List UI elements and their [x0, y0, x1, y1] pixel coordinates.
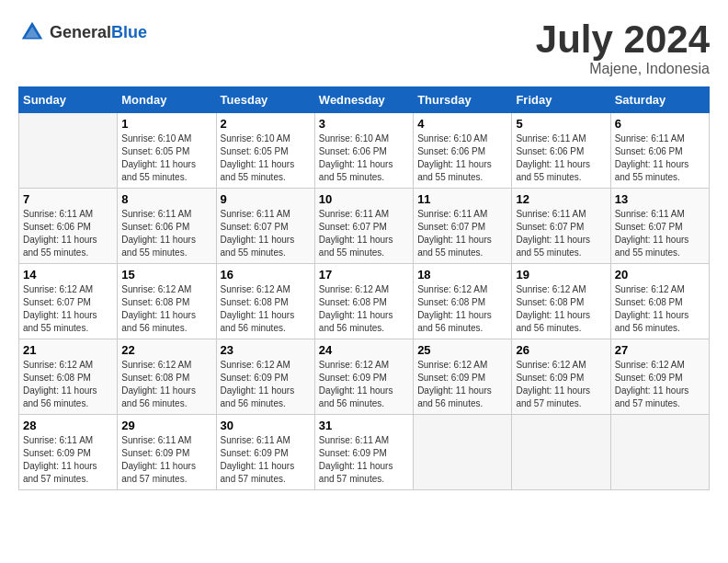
logo-icon: [18, 18, 46, 46]
day-info: Sunrise: 6:11 AM Sunset: 6:07 PM Dayligh…: [615, 208, 705, 259]
day-number: 21: [23, 343, 113, 357]
day-info: Sunrise: 6:11 AM Sunset: 6:06 PM Dayligh…: [121, 208, 211, 259]
calendar-cell: 6Sunrise: 6:11 AM Sunset: 6:06 PM Daylig…: [610, 113, 709, 189]
calendar-cell: 16Sunrise: 6:12 AM Sunset: 6:08 PM Dayli…: [216, 264, 314, 339]
day-info: Sunrise: 6:10 AM Sunset: 6:06 PM Dayligh…: [319, 132, 409, 184]
day-number: 11: [417, 192, 507, 206]
calendar-table: SundayMondayTuesdayWednesdayThursdayFrid…: [18, 86, 710, 490]
week-row-5: 28Sunrise: 6:11 AM Sunset: 6:09 PM Dayli…: [19, 415, 710, 490]
header-cell-friday: Friday: [512, 87, 610, 113]
week-row-2: 7Sunrise: 6:11 AM Sunset: 6:06 PM Daylig…: [19, 189, 710, 264]
header-cell-tuesday: Tuesday: [216, 87, 314, 113]
day-number: 6: [615, 117, 705, 131]
day-number: 14: [23, 268, 113, 282]
day-info: Sunrise: 6:11 AM Sunset: 6:06 PM Dayligh…: [615, 132, 705, 184]
calendar-cell: 23Sunrise: 6:12 AM Sunset: 6:09 PM Dayli…: [216, 339, 314, 415]
day-number: 9: [221, 192, 311, 206]
day-info: Sunrise: 6:12 AM Sunset: 6:08 PM Dayligh…: [615, 283, 705, 335]
day-number: 24: [319, 343, 409, 357]
page-header: GeneralBlue July 2024 Majene, Indonesia: [18, 18, 710, 77]
week-row-3: 14Sunrise: 6:12 AM Sunset: 6:07 PM Dayli…: [19, 264, 710, 339]
header-cell-wednesday: Wednesday: [314, 87, 413, 113]
day-number: 1: [121, 117, 211, 131]
day-info: Sunrise: 6:11 AM Sunset: 6:09 PM Dayligh…: [121, 434, 211, 486]
day-info: Sunrise: 6:10 AM Sunset: 6:05 PM Dayligh…: [121, 132, 211, 184]
location-subtitle: Majene, Indonesia: [536, 61, 710, 77]
day-info: Sunrise: 6:11 AM Sunset: 6:06 PM Dayligh…: [23, 208, 113, 259]
day-info: Sunrise: 6:12 AM Sunset: 6:08 PM Dayligh…: [121, 283, 211, 335]
day-number: 31: [319, 419, 409, 432]
calendar-cell: 26Sunrise: 6:12 AM Sunset: 6:09 PM Dayli…: [512, 339, 610, 415]
header-row: SundayMondayTuesdayWednesdayThursdayFrid…: [19, 87, 710, 113]
day-number: 2: [221, 117, 311, 131]
day-info: Sunrise: 6:12 AM Sunset: 6:09 PM Dayligh…: [319, 359, 409, 410]
calendar-cell: 18Sunrise: 6:12 AM Sunset: 6:08 PM Dayli…: [414, 264, 512, 339]
week-row-1: 1Sunrise: 6:10 AM Sunset: 6:05 PM Daylig…: [19, 113, 710, 189]
day-info: Sunrise: 6:10 AM Sunset: 6:05 PM Dayligh…: [221, 132, 311, 184]
day-info: Sunrise: 6:12 AM Sunset: 6:09 PM Dayligh…: [221, 359, 311, 410]
day-info: Sunrise: 6:11 AM Sunset: 6:07 PM Dayligh…: [516, 208, 606, 259]
day-number: 12: [516, 192, 606, 206]
calendar-cell: 9Sunrise: 6:11 AM Sunset: 6:07 PM Daylig…: [216, 189, 314, 264]
day-info: Sunrise: 6:12 AM Sunset: 6:08 PM Dayligh…: [319, 283, 409, 335]
calendar-cell: 22Sunrise: 6:12 AM Sunset: 6:08 PM Dayli…: [118, 339, 216, 415]
calendar-cell: 14Sunrise: 6:12 AM Sunset: 6:07 PM Dayli…: [19, 264, 118, 339]
day-info: Sunrise: 6:12 AM Sunset: 6:07 PM Dayligh…: [23, 283, 113, 335]
calendar-cell: 5Sunrise: 6:11 AM Sunset: 6:06 PM Daylig…: [512, 113, 610, 189]
day-info: Sunrise: 6:12 AM Sunset: 6:08 PM Dayligh…: [417, 283, 507, 335]
day-number: 13: [615, 192, 705, 206]
day-number: 30: [221, 419, 311, 432]
calendar-cell: 20Sunrise: 6:12 AM Sunset: 6:08 PM Dayli…: [610, 264, 709, 339]
day-number: 18: [417, 268, 507, 282]
header-cell-thursday: Thursday: [414, 87, 512, 113]
calendar-cell: 4Sunrise: 6:10 AM Sunset: 6:06 PM Daylig…: [414, 113, 512, 189]
day-number: 20: [615, 268, 705, 282]
day-number: 17: [319, 268, 409, 282]
calendar-cell: 30Sunrise: 6:11 AM Sunset: 6:09 PM Dayli…: [216, 415, 314, 490]
calendar-cell: [19, 113, 118, 189]
calendar-cell: [610, 415, 709, 490]
day-info: Sunrise: 6:11 AM Sunset: 6:09 PM Dayligh…: [23, 434, 113, 486]
day-info: Sunrise: 6:11 AM Sunset: 6:07 PM Dayligh…: [417, 208, 507, 259]
day-info: Sunrise: 6:12 AM Sunset: 6:08 PM Dayligh…: [516, 283, 606, 335]
calendar-header: SundayMondayTuesdayWednesdayThursdayFrid…: [19, 87, 710, 113]
day-number: 28: [23, 419, 113, 432]
week-row-4: 21Sunrise: 6:12 AM Sunset: 6:08 PM Dayli…: [19, 339, 710, 415]
day-number: 3: [319, 117, 409, 131]
logo-general-text: General: [50, 23, 111, 41]
calendar-body: 1Sunrise: 6:10 AM Sunset: 6:05 PM Daylig…: [19, 113, 710, 490]
day-number: 4: [417, 117, 507, 131]
calendar-cell: 2Sunrise: 6:10 AM Sunset: 6:05 PM Daylig…: [216, 113, 314, 189]
calendar-cell: 10Sunrise: 6:11 AM Sunset: 6:07 PM Dayli…: [314, 189, 413, 264]
calendar-cell: 8Sunrise: 6:11 AM Sunset: 6:06 PM Daylig…: [118, 189, 216, 264]
day-number: 26: [516, 343, 606, 357]
day-info: Sunrise: 6:10 AM Sunset: 6:06 PM Dayligh…: [417, 132, 507, 184]
calendar-cell: [512, 415, 610, 490]
day-info: Sunrise: 6:12 AM Sunset: 6:09 PM Dayligh…: [516, 359, 606, 410]
calendar-cell: 28Sunrise: 6:11 AM Sunset: 6:09 PM Dayli…: [19, 415, 118, 490]
calendar-cell: 24Sunrise: 6:12 AM Sunset: 6:09 PM Dayli…: [314, 339, 413, 415]
header-cell-saturday: Saturday: [610, 87, 709, 113]
calendar-cell: 21Sunrise: 6:12 AM Sunset: 6:08 PM Dayli…: [19, 339, 118, 415]
title-block: July 2024 Majene, Indonesia: [536, 18, 710, 77]
day-info: Sunrise: 6:11 AM Sunset: 6:09 PM Dayligh…: [319, 434, 409, 486]
calendar-cell: 11Sunrise: 6:11 AM Sunset: 6:07 PM Dayli…: [414, 189, 512, 264]
day-info: Sunrise: 6:11 AM Sunset: 6:07 PM Dayligh…: [221, 208, 311, 259]
day-info: Sunrise: 6:12 AM Sunset: 6:08 PM Dayligh…: [121, 359, 211, 410]
day-number: 19: [516, 268, 606, 282]
day-number: 10: [319, 192, 409, 206]
day-number: 23: [221, 343, 311, 357]
calendar-cell: 19Sunrise: 6:12 AM Sunset: 6:08 PM Dayli…: [512, 264, 610, 339]
day-number: 27: [615, 343, 705, 357]
day-number: 15: [121, 268, 211, 282]
day-number: 16: [221, 268, 311, 282]
day-info: Sunrise: 6:11 AM Sunset: 6:06 PM Dayligh…: [516, 132, 606, 184]
day-number: 25: [417, 343, 507, 357]
day-number: 29: [121, 419, 211, 432]
day-info: Sunrise: 6:12 AM Sunset: 6:09 PM Dayligh…: [615, 359, 705, 410]
calendar-cell: 7Sunrise: 6:11 AM Sunset: 6:06 PM Daylig…: [19, 189, 118, 264]
day-number: 22: [121, 343, 211, 357]
calendar-cell: 27Sunrise: 6:12 AM Sunset: 6:09 PM Dayli…: [610, 339, 709, 415]
calendar-cell: 25Sunrise: 6:12 AM Sunset: 6:09 PM Dayli…: [414, 339, 512, 415]
calendar-cell: 1Sunrise: 6:10 AM Sunset: 6:05 PM Daylig…: [118, 113, 216, 189]
